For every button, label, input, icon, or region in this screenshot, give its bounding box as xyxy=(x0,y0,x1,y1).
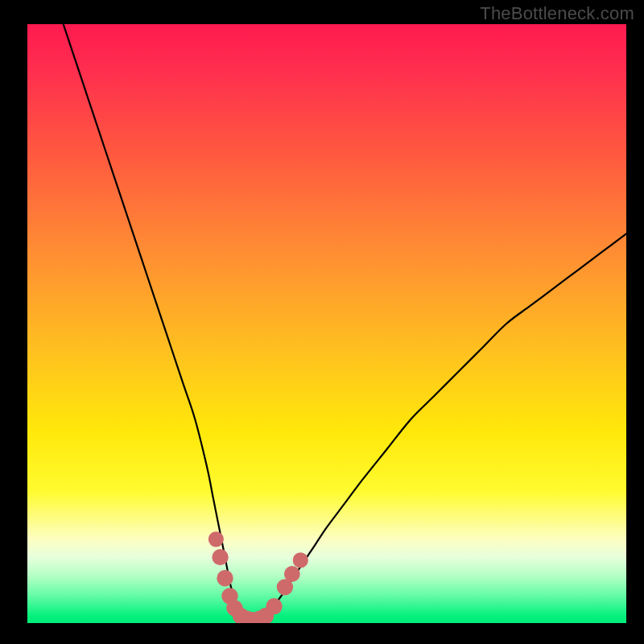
watermark-text: TheBottleneck.com xyxy=(480,3,634,24)
bottleneck-curve xyxy=(64,24,626,621)
plot-area xyxy=(27,24,626,623)
curve-marker xyxy=(212,549,228,565)
curve-marker xyxy=(208,531,224,547)
curve-marker xyxy=(266,598,282,614)
curve-marker xyxy=(217,570,233,586)
curve-marker xyxy=(284,566,300,582)
curve-marker xyxy=(293,552,308,568)
curve-layer xyxy=(27,24,626,623)
chart-frame: TheBottleneck.com xyxy=(0,0,644,644)
